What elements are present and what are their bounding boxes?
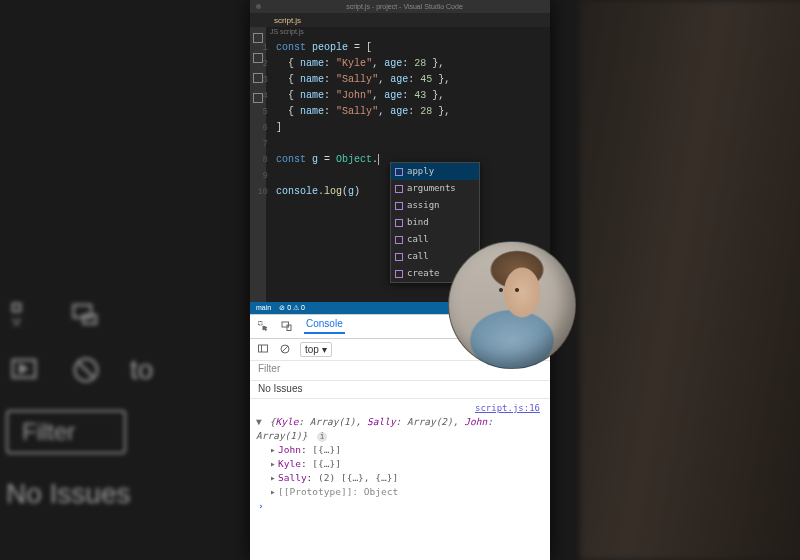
file-tab[interactable]: script.js	[268, 16, 307, 25]
window-titlebar: script.js - project - Visual Studio Code	[250, 0, 550, 13]
git-branch[interactable]: main	[256, 304, 271, 311]
context-selector[interactable]: top ▾	[300, 342, 332, 357]
object-entry[interactable]: ▸Kyle: [{…}]	[256, 457, 544, 471]
suggestion-item[interactable]: call	[391, 231, 479, 248]
traffic-light-icon	[256, 4, 261, 9]
method-icon	[395, 219, 403, 227]
info-icon[interactable]: i	[317, 432, 327, 442]
suggestion-item[interactable]: apply	[391, 163, 479, 180]
suggestion-item[interactable]: arguments	[391, 180, 479, 197]
issues-row[interactable]: No Issues	[250, 381, 550, 399]
svg-line-11	[282, 346, 288, 352]
inspect-element-icon[interactable]	[256, 320, 270, 332]
webcam-overlay	[448, 241, 576, 369]
console-sidebar-icon[interactable]	[256, 343, 270, 355]
svg-rect-8	[259, 345, 268, 352]
method-icon	[395, 168, 403, 176]
source-link[interactable]: script.js:16	[256, 401, 544, 415]
breadcrumb[interactable]: JS script.js	[250, 27, 550, 36]
bg-devtools-blur: to Filter No Issues	[6, 300, 246, 534]
method-icon	[395, 202, 403, 210]
console-tab[interactable]: Console	[304, 318, 345, 334]
prototype-entry[interactable]: ▸[[Prototype]]: Object	[256, 485, 544, 499]
suggestion-item[interactable]: assign	[391, 197, 479, 214]
object-entry[interactable]: ▸John: [{…}]	[256, 443, 544, 457]
method-icon	[395, 270, 403, 278]
svg-rect-0	[13, 304, 21, 312]
method-icon	[395, 253, 403, 261]
vertical-video-frame: script.js - project - Visual Studio Code…	[250, 0, 550, 560]
method-icon	[395, 236, 403, 244]
console-prompt[interactable]: ›	[256, 499, 544, 513]
bg-face-blur	[580, 0, 800, 560]
svg-rect-5	[259, 322, 263, 326]
console-output[interactable]: script.js:16 ▼ {Kyle: Array(1), Sally: A…	[250, 399, 550, 560]
error-count[interactable]: ⊘ 0 ⚠ 0	[279, 304, 305, 312]
code-area[interactable]: 1const people = [ 2 { name: "Kyle", age:…	[250, 36, 550, 200]
editor-tabs: script.js	[250, 13, 550, 27]
suggestion-item[interactable]: bind	[391, 214, 479, 231]
device-toolbar-icon[interactable]	[280, 320, 294, 332]
code-str: "Kyle"	[336, 58, 372, 69]
object-entry[interactable]: ▸Sally: (2) [{…}, {…}]	[256, 471, 544, 485]
window-title: script.js - project - Visual Studio Code	[346, 3, 463, 10]
logged-object-summary[interactable]: ▼ {Kyle: Array(1), Sally: Array(2), John…	[256, 415, 544, 443]
clear-console-icon[interactable]	[278, 343, 292, 355]
method-icon	[395, 185, 403, 193]
